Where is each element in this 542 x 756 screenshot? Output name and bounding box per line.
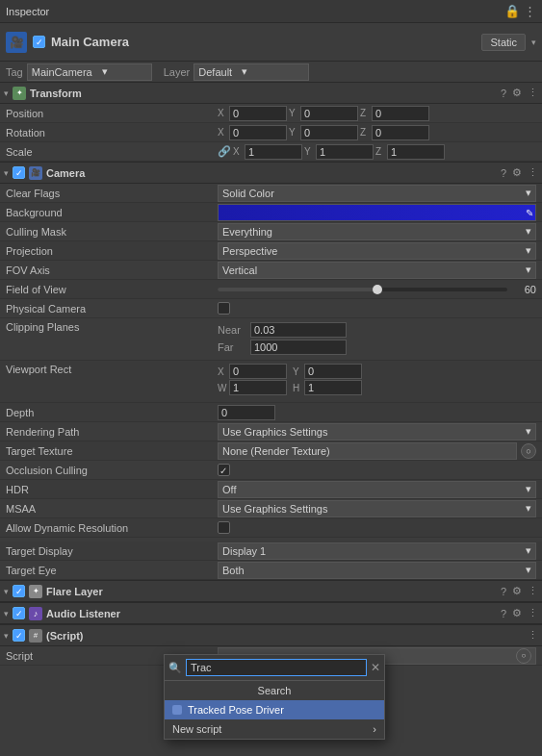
flare-help-icon[interactable]: ?: [501, 586, 506, 597]
msaa-arrow: ▾: [526, 502, 531, 515]
vp-h-input[interactable]: [304, 380, 362, 395]
rotation-row: Rotation X Y Z: [0, 123, 542, 142]
tag-layer-row: Tag MainCamera ▾ Layer Default ▾: [0, 62, 542, 83]
fov-slider-thumb[interactable]: [373, 285, 382, 294]
camera-enabled-checkbox[interactable]: ✓: [13, 166, 25, 179]
static-button[interactable]: Static: [481, 34, 526, 51]
depth-row: Depth: [0, 403, 542, 422]
transform-menu-icon[interactable]: ⋮: [528, 87, 538, 99]
audio-menu-icon[interactable]: ⋮: [528, 607, 538, 619]
title-bar-title: Inspector: [6, 6, 49, 17]
flare-settings-icon[interactable]: ⚙: [512, 585, 522, 597]
scale-link-icon[interactable]: 🔗: [218, 145, 231, 158]
rot-z-input[interactable]: [372, 125, 429, 140]
transform-title: Transform: [30, 88, 497, 99]
flare-layer-section: ▾ ✓ ✦ Flare Layer ? ⚙ ⋮: [0, 580, 542, 602]
sca-z-input[interactable]: [387, 144, 445, 160]
fov-slider-track[interactable]: [218, 288, 507, 291]
rot-y-input[interactable]: [300, 125, 358, 140]
clipping-planes-row: Clipping Planes Near Far: [0, 318, 542, 361]
transform-collapse-arrow[interactable]: ▾: [4, 88, 9, 98]
transform-help-icon[interactable]: ?: [501, 88, 506, 99]
target-display-dropdown[interactable]: Display 1 ▾: [218, 542, 536, 560]
pos-z-input[interactable]: [372, 106, 429, 121]
msaa-dropdown[interactable]: Use Graphics Settings ▾: [218, 500, 536, 517]
script-collapse-arrow[interactable]: ▾: [4, 631, 9, 641]
rot-x-label: X: [218, 127, 227, 138]
viewport-wh-row: W H: [218, 380, 536, 395]
occlusion-culling-checkbox[interactable]: ✓: [218, 464, 230, 476]
audio-enabled-checkbox[interactable]: ✓: [13, 607, 25, 619]
camera-collapse-arrow[interactable]: ▾: [4, 168, 9, 178]
vp-w-label: W: [218, 383, 227, 393]
fov-axis-dropdown[interactable]: Vertical ▾: [218, 262, 536, 279]
new-script-option[interactable]: New script ›: [165, 719, 384, 739]
projection-dropdown[interactable]: Perspective ▾: [218, 242, 536, 260]
physical-camera-checkbox[interactable]: [218, 302, 230, 315]
script-search-popup: 🔍 ✕ Search Tracked Pose Driver New scrip…: [164, 654, 385, 740]
fov-value: 60: [513, 284, 536, 295]
viewport-rect-row: Viewport Rect X Y W H: [0, 361, 542, 403]
script-picker-icon[interactable]: ○: [516, 648, 531, 664]
object-enabled-checkbox[interactable]: ✓: [33, 36, 45, 48]
search-input[interactable]: [186, 659, 367, 676]
vp-x-input[interactable]: [229, 364, 287, 379]
script-enabled-checkbox[interactable]: ✓: [13, 629, 25, 642]
camera-menu-icon[interactable]: ⋮: [528, 166, 538, 179]
culling-mask-dropdown[interactable]: Everything ▾: [218, 223, 536, 240]
layer-dropdown[interactable]: Default ▾: [194, 63, 309, 81]
position-label: Position: [6, 108, 218, 119]
transform-settings-icon[interactable]: ⚙: [512, 87, 522, 99]
layer-arrow: ▾: [242, 65, 247, 78]
audio-icon: ♪: [29, 607, 42, 620]
target-texture-field[interactable]: None (Render Texture): [218, 442, 517, 460]
pos-x-input[interactable]: [229, 106, 287, 121]
hdr-row: HDR Off ▾: [0, 480, 542, 499]
hdr-dropdown[interactable]: Off ▾: [218, 481, 536, 498]
target-texture-picker[interactable]: ○: [521, 443, 536, 459]
pos-y-input[interactable]: [300, 106, 358, 121]
script-icon: #: [29, 629, 42, 643]
rendering-path-label: Rendering Path: [6, 426, 218, 438]
search-result-name: Tracked Pose Driver: [188, 704, 284, 716]
tag-dropdown[interactable]: MainCamera ▾: [27, 63, 152, 81]
target-eye-dropdown[interactable]: Both ▾: [218, 562, 536, 579]
search-result-tracked-pose-driver[interactable]: Tracked Pose Driver: [165, 700, 384, 719]
near-input[interactable]: [250, 322, 347, 338]
search-clear-button[interactable]: ✕: [371, 661, 380, 674]
audio-collapse-arrow[interactable]: ▾: [4, 609, 9, 618]
background-color-field[interactable]: ✎: [218, 204, 536, 221]
flare-enabled-checkbox[interactable]: ✓: [13, 585, 25, 597]
sca-y-input[interactable]: [316, 144, 374, 160]
audio-settings-icon[interactable]: ⚙: [512, 607, 522, 619]
sca-z-label: Z: [375, 146, 385, 157]
physical-camera-row: Physical Camera: [0, 299, 542, 318]
flare-collapse-arrow[interactable]: ▾: [4, 587, 9, 596]
transform-props: Position X Y Z Rotation: [0, 104, 542, 162]
static-dropdown-arrow[interactable]: ▾: [531, 38, 536, 47]
flare-menu-icon[interactable]: ⋮: [528, 585, 538, 597]
vp-y-input[interactable]: [304, 364, 362, 379]
menu-icon[interactable]: ⋮: [524, 4, 536, 18]
far-label: Far: [218, 341, 246, 353]
allow-dynamic-resolution-checkbox[interactable]: [218, 521, 230, 534]
depth-input[interactable]: [218, 405, 275, 420]
rendering-path-dropdown[interactable]: Use Graphics Settings ▾: [218, 423, 536, 441]
rot-x-input[interactable]: [229, 125, 287, 140]
target-display-label: Target Display: [6, 545, 218, 557]
script-menu-icon[interactable]: ⋮: [528, 629, 538, 642]
fov-slider-container: 60: [218, 284, 536, 295]
msaa-label: MSAA: [6, 503, 218, 515]
pos-z-label: Z: [360, 108, 370, 118]
sca-x-input[interactable]: [245, 144, 302, 160]
far-input[interactable]: [250, 340, 347, 355]
clear-flags-dropdown[interactable]: Solid Color ▾: [218, 185, 536, 202]
camera-settings-icon[interactable]: ⚙: [512, 166, 522, 179]
scale-row: Scale 🔗 X Y Z: [0, 142, 542, 162]
lock-icon[interactable]: 🔒: [504, 4, 520, 18]
clear-flags-row: Clear Flags Solid Color ▾: [0, 184, 542, 203]
audio-help-icon[interactable]: ?: [501, 608, 506, 619]
camera-help-icon[interactable]: ?: [501, 167, 506, 179]
rendering-path-row: Rendering Path Use Graphics Settings ▾: [0, 422, 542, 441]
vp-w-input[interactable]: [229, 380, 287, 395]
